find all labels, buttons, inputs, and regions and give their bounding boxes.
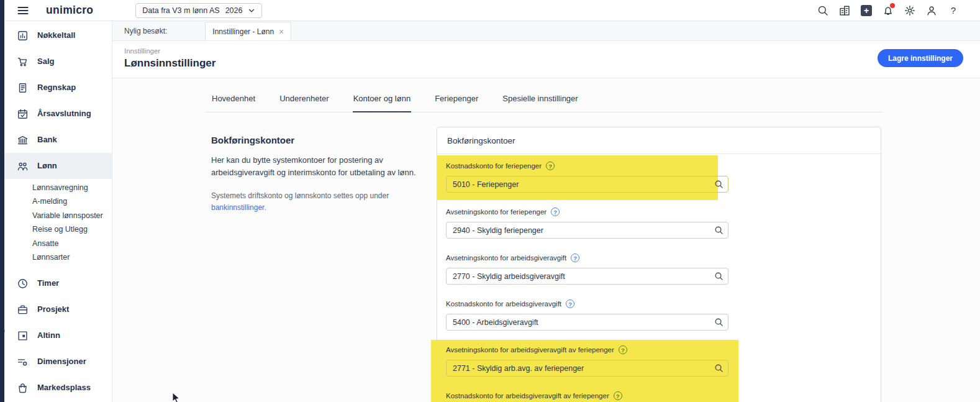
help-icon[interactable]: ? xyxy=(571,254,579,262)
account-field-kostnadskonto-for-arbeidsgiveravgift-av-feriepenger: Kostnadskonto for arbeidsgiveravgift av … xyxy=(437,384,881,402)
sidebar-subitem-a-melding[interactable]: A-melding xyxy=(32,194,112,208)
notification-badge xyxy=(890,3,895,8)
account-input[interactable] xyxy=(446,268,728,285)
search-button[interactable] xyxy=(816,4,830,17)
bell-button[interactable] xyxy=(881,4,895,17)
sidebar-item-salg[interactable]: Salg xyxy=(0,48,112,75)
field-label: Avsetningskonto for arbeidsgiveravgift a… xyxy=(446,346,614,354)
sidebar-item-lonn[interactable]: Lønn xyxy=(0,153,112,179)
company-selector[interactable]: Data fra V3 m lønn AS 2026 xyxy=(135,3,262,18)
topbar-icons: +? xyxy=(816,4,980,17)
settings-tabs: HovedenhetUnderenheterKontoer og lønnFer… xyxy=(205,78,883,112)
sidebar-item-nokkeltall[interactable]: Nøkkeltall xyxy=(0,22,112,48)
app-logo: unimicro xyxy=(46,4,93,17)
sidebar-item-label: Bank xyxy=(37,134,57,145)
account-input[interactable] xyxy=(446,176,728,193)
search-icon[interactable] xyxy=(714,363,724,373)
recently-visited-label: Nylig besøkt: xyxy=(124,27,167,35)
hamburger-menu-icon[interactable] xyxy=(17,4,29,17)
panel-note-text: Systemets driftskonto og lønnskonto sett… xyxy=(211,191,389,200)
gear-button[interactable] xyxy=(903,4,917,17)
recent-tab-innstillinger-lonn[interactable]: Innstillinger - Lønn × xyxy=(205,22,291,40)
tab-feriepenger[interactable]: Feriepenger xyxy=(434,94,479,112)
breadcrumb: Innstillinger xyxy=(124,47,980,55)
tab-hovedenhet[interactable]: Hovedenhet xyxy=(211,94,256,112)
tab-spesielle-innstillinger[interactable]: Spesielle innstillinger xyxy=(502,94,578,112)
tab-kontoer-og-lonn[interactable]: Kontoer og lønn xyxy=(353,94,412,112)
field-label: Kostnadskonto for arbeidsgiveravgift xyxy=(446,300,561,308)
account-input[interactable] xyxy=(446,222,728,239)
altinn-icon xyxy=(17,331,28,341)
sidebar-item-label: Salg xyxy=(37,56,54,67)
ledger-icon xyxy=(17,83,28,93)
sidebar-item-altinn[interactable]: Altinn xyxy=(0,322,112,349)
left-edge-strip xyxy=(0,0,4,402)
buildings-button[interactable] xyxy=(838,4,851,17)
panel-paragraph: Her kan du bytte systemkontoer for poste… xyxy=(211,154,416,179)
bank-icon xyxy=(17,135,28,145)
close-icon[interactable]: × xyxy=(279,27,284,36)
account-input[interactable] xyxy=(446,314,728,331)
highlight-block: Kostnadskonto for feriepenger ? xyxy=(437,154,881,200)
sidebar-item-label: Dimensjoner xyxy=(37,356,86,367)
highlight-block: Avsetningskonto for arbeidsgiveravgift a… xyxy=(437,338,881,402)
search-icon[interactable] xyxy=(714,272,724,281)
tab-underenheter[interactable]: Underenheter xyxy=(279,94,330,112)
bank-settings-link[interactable]: bankinnstillinger. xyxy=(211,202,416,214)
field-label: Kostnadskonto for feriepenger xyxy=(446,162,542,170)
dimensions-icon xyxy=(17,357,28,367)
sidebar-item-dimensjoner[interactable]: Dimensjoner xyxy=(0,349,112,375)
card-body: Kostnadskonto for feriepenger ? Avsetnin… xyxy=(437,154,881,402)
calendar-check-icon xyxy=(17,109,28,119)
sidebar-item-label: Nøkkeltall xyxy=(37,30,75,41)
help-icon[interactable]: ? xyxy=(566,299,574,308)
panel-note: Systemets driftskonto og lønnskonto sett… xyxy=(211,190,416,214)
search-icon[interactable] xyxy=(714,226,724,235)
chevron-down-icon xyxy=(248,7,255,14)
sidebar-subitem-variable-lonnsposter[interactable]: Variable lønnsposter xyxy=(32,209,112,222)
field-label: Avsetningskonto for feriepenger xyxy=(446,208,547,216)
sidebar-item-bank[interactable]: Bank xyxy=(0,127,112,153)
sidebar-subitem-reise-og-utlegg[interactable]: Reise og Utlegg xyxy=(32,222,112,236)
sidebar-subitem-lonnsavregning[interactable]: Lønnsavregning xyxy=(32,181,112,194)
buildings-icon xyxy=(839,5,850,16)
bag-icon xyxy=(17,383,28,393)
cart-icon xyxy=(17,57,28,67)
people-icon xyxy=(17,161,28,171)
add-square-icon: + xyxy=(861,5,872,16)
sidebar-item-label: Regnskap xyxy=(37,82,76,93)
briefcase-icon xyxy=(17,304,28,315)
gear-icon xyxy=(904,5,915,16)
sidebar-subitem-ansatte[interactable]: Ansatte xyxy=(32,237,112,250)
sidebar-item-prosjekt[interactable]: Prosjekt xyxy=(0,296,112,322)
sidebar-subitem-lonnsarter[interactable]: Lønnsarter xyxy=(32,250,112,264)
page-title: Lønnsinnstillinger xyxy=(124,57,980,70)
sidebar-item-label: Markedsplass xyxy=(37,382,91,393)
account-field-avsetningskonto-for-arbeidsgiveravgift-av-feriepenger: Avsetningskonto for arbeidsgiveravgift a… xyxy=(437,338,881,384)
user-button[interactable] xyxy=(925,4,938,17)
field-label: Avsetningskonto for arbeidsgiveravgift xyxy=(446,254,566,262)
sidebar-item-label: Timer xyxy=(37,278,59,289)
sidebar-item-label: Prosjekt xyxy=(37,304,69,315)
user-icon xyxy=(926,5,937,16)
panel-heading: Bokføringskontoer xyxy=(211,135,416,145)
help-icon[interactable]: ? xyxy=(619,345,627,354)
sidebar-item-markedsplass[interactable]: Markedsplass xyxy=(0,375,112,401)
save-settings-button[interactable]: Lagre innstillinger xyxy=(878,49,963,67)
card-title: Bokføringskontoer xyxy=(437,127,881,154)
sidebar-item-arsavslutning[interactable]: Årsavslutning xyxy=(0,101,112,127)
help-icon[interactable]: ? xyxy=(614,391,622,400)
account-field-kostnadskonto-for-feriepenger: Kostnadskonto for feriepenger ? xyxy=(437,154,881,200)
help-button[interactable]: ? xyxy=(946,4,960,17)
help-icon[interactable]: ? xyxy=(551,208,560,216)
account-input[interactable] xyxy=(446,360,728,377)
help-icon[interactable]: ? xyxy=(546,162,555,170)
search-icon[interactable] xyxy=(714,180,724,189)
recently-visited-bar: Nylig besøkt: Innstillinger - Lønn × xyxy=(112,21,980,41)
sidebar-item-regnskap[interactable]: Regnskap xyxy=(0,75,112,101)
field-label: Kostnadskonto for arbeidsgiveravgift av … xyxy=(446,392,609,400)
search-icon[interactable] xyxy=(714,317,724,327)
sidebar-item-label: Altinn xyxy=(37,330,60,341)
sidebar-item-timer[interactable]: Timer xyxy=(0,270,112,296)
add-square-button[interactable]: + xyxy=(860,4,873,17)
